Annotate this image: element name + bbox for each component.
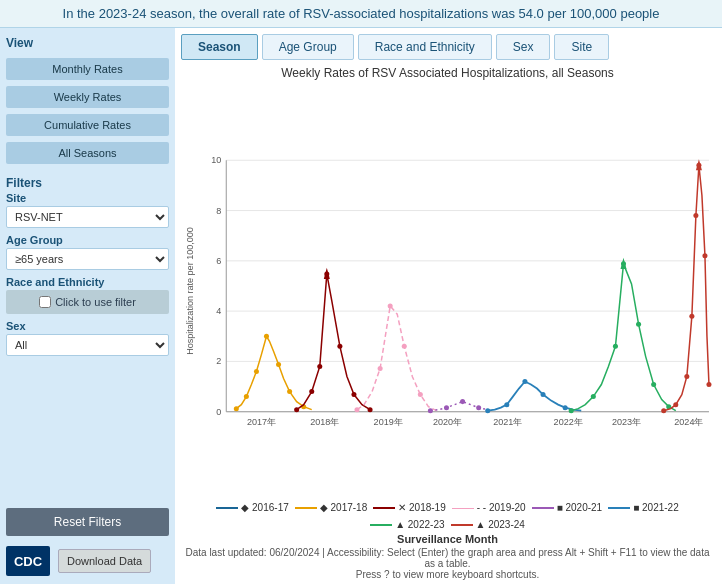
legend-2022-23: ▲ 2022-23 xyxy=(370,519,444,530)
svg-text:2020年: 2020年 xyxy=(433,417,462,427)
legend-2016-17: ◆ 2016-17 xyxy=(216,502,288,513)
monthly-rates-button[interactable]: Monthly Rates xyxy=(6,58,169,80)
svg-text:10: 10 xyxy=(211,155,221,165)
line-2019-20 xyxy=(357,306,436,411)
legend-2023-24: ▲ 2023-24 xyxy=(451,519,525,530)
sidebar: View Monthly Rates Weekly Rates Cumulati… xyxy=(0,28,175,584)
dot-2023-24 xyxy=(702,253,707,258)
legend-line-2017-18 xyxy=(295,507,317,509)
chart-title: Weekly Rates of RSV Associated Hospitali… xyxy=(181,66,714,80)
dot-2017-18 xyxy=(264,334,269,339)
race-checkbox[interactable] xyxy=(39,296,51,308)
dot-2017-18 xyxy=(254,369,259,374)
dot-2022-23 xyxy=(613,344,618,349)
svg-text:2017年: 2017年 xyxy=(247,417,276,427)
data-note-text: Data last updated: 06/20/2024 | Accessib… xyxy=(185,547,709,569)
legend-2018-19: ✕ 2018-19 xyxy=(373,502,445,513)
dot-2022-23 xyxy=(591,394,596,399)
line-2022-23 xyxy=(571,264,676,411)
chart-bottom: ◆ 2016-17 ◆ 2017-18 ✕ 2018-19 - - 2019-2… xyxy=(181,502,714,580)
weekly-rates-button[interactable]: Weekly Rates xyxy=(6,86,169,108)
download-data-button[interactable]: Download Data xyxy=(58,549,151,573)
race-ethnicity-filter[interactable]: Click to use filter xyxy=(6,290,169,314)
site-select[interactable]: RSV-NET xyxy=(6,206,169,228)
dot-2019-20 xyxy=(402,344,407,349)
dot-2023-24 xyxy=(693,213,698,218)
tab-race-ethnicity[interactable]: Race and Ethnicity xyxy=(358,34,492,60)
chart-area: Season Age Group Race and Ethnicity Sex … xyxy=(175,28,722,584)
dot-2017-18 xyxy=(244,394,249,399)
reset-filters-button[interactable]: Reset Filters xyxy=(6,508,169,536)
y-axis-label: Hospitalization rate per 100,000 xyxy=(185,227,195,355)
dot-2021-22 xyxy=(563,405,568,410)
dot-2020-21 xyxy=(460,399,465,404)
svg-text:2023年: 2023年 xyxy=(612,417,641,427)
legend-label-2021-22: ■ 2021-22 xyxy=(633,502,679,513)
dot-2019-20 xyxy=(354,407,359,412)
legend-line-2018-19 xyxy=(373,507,395,509)
dot-2022-23 xyxy=(569,408,574,413)
legend-2019-20: - - 2019-20 xyxy=(452,502,526,513)
age-group-label: Age Group xyxy=(6,234,169,246)
dot-2018-19 xyxy=(294,407,299,412)
dot-2019-20 xyxy=(418,392,423,397)
svg-text:8: 8 xyxy=(216,206,221,216)
svg-text:2: 2 xyxy=(216,356,221,366)
legend-line-2016-17 xyxy=(216,507,238,509)
banner-text: In the 2023-24 season, the overall rate … xyxy=(63,6,660,21)
tab-row: Season Age Group Race and Ethnicity Sex … xyxy=(181,34,714,60)
legend-label-2016-17: ◆ 2016-17 xyxy=(241,502,288,513)
dot-2020-21 xyxy=(428,408,433,413)
legend-line-2022-23 xyxy=(370,524,392,526)
legend-label-2020-21: ■ 2020-21 xyxy=(557,502,603,513)
surveillance-label: Surveillance Month xyxy=(181,533,714,545)
dot-2022-23 xyxy=(636,322,641,327)
legend-row: ◆ 2016-17 ◆ 2017-18 ✕ 2018-19 - - 2019-2… xyxy=(181,502,714,530)
sex-select[interactable]: All Male Female xyxy=(6,334,169,356)
chart-svg[interactable]: Hospitalization rate per 100,000 0 2 4 6… xyxy=(181,84,714,498)
dot-2019-20 xyxy=(388,304,393,309)
all-seasons-button[interactable]: All Seasons xyxy=(6,142,169,164)
filters-section: Filters Site RSV-NET Age Group ≥65 years… xyxy=(6,176,169,356)
legend-label-2019-20: - - 2019-20 xyxy=(477,502,526,513)
dot-2021-22 xyxy=(541,392,546,397)
dot-2017-18 xyxy=(287,389,292,394)
tab-site[interactable]: Site xyxy=(554,34,609,60)
dot-2023-24 xyxy=(673,402,678,407)
line-2018-19 xyxy=(297,274,370,410)
legend-line-2019-20 xyxy=(452,508,474,509)
dot-2021-22 xyxy=(522,379,527,384)
svg-text:2024年: 2024年 xyxy=(674,417,703,427)
legend-label-2017-18: ◆ 2017-18 xyxy=(320,502,367,513)
age-group-select[interactable]: ≥65 years All 0-4 years 18-49 years 50-6… xyxy=(6,248,169,270)
legend-label-2023-24: ▲ 2023-24 xyxy=(476,519,525,530)
dot-2023-24 xyxy=(661,408,666,413)
legend-2017-18: ◆ 2017-18 xyxy=(295,502,367,513)
tab-season[interactable]: Season xyxy=(181,34,258,60)
tab-sex[interactable]: Sex xyxy=(496,34,551,60)
filters-label: Filters xyxy=(6,176,169,190)
dot-2023-24 xyxy=(684,374,689,379)
race-filter-text: Click to use filter xyxy=(55,296,136,308)
legend-2021-22: ■ 2021-22 xyxy=(608,502,679,513)
tab-age-group[interactable]: Age Group xyxy=(262,34,354,60)
data-note: Data last updated: 06/20/2024 | Accessib… xyxy=(181,547,714,580)
site-label: Site xyxy=(6,192,169,204)
svg-text:2019年: 2019年 xyxy=(374,417,403,427)
dot-2023-24 xyxy=(696,163,701,168)
svg-text:0: 0 xyxy=(216,407,221,417)
dot-2017-18 xyxy=(276,362,281,367)
dot-2023-24 xyxy=(689,314,694,319)
legend-line-2023-24 xyxy=(451,524,473,526)
legend-label-2022-23: ▲ 2022-23 xyxy=(395,519,444,530)
chart-svg-container[interactable]: Hospitalization rate per 100,000 0 2 4 6… xyxy=(181,84,714,498)
legend-line-2021-22 xyxy=(608,507,630,509)
race-ethnicity-label: Race and Ethnicity xyxy=(6,276,169,288)
legend-2020-21: ■ 2020-21 xyxy=(532,502,603,513)
dot-2018-19 xyxy=(317,364,322,369)
dot-2022-23 xyxy=(651,382,656,387)
cdc-logo: CDC xyxy=(6,546,50,576)
svg-text:4: 4 xyxy=(216,306,221,316)
cumulative-rates-button[interactable]: Cumulative Rates xyxy=(6,114,169,136)
legend-line-2020-21 xyxy=(532,507,554,509)
